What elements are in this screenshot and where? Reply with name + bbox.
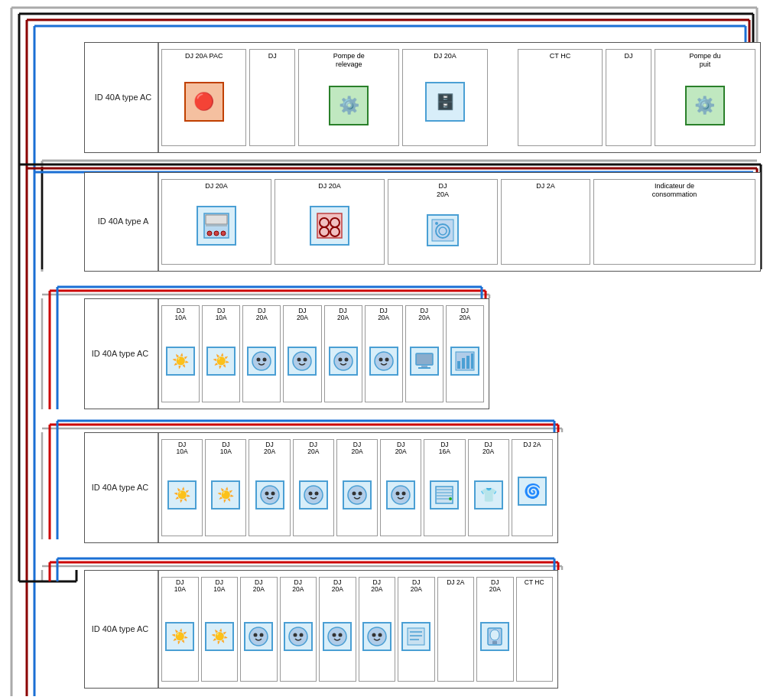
row5-dj2a-label: DJ 2A	[447, 579, 464, 586]
row5-dj10a-1-label: DJ10A	[174, 579, 186, 594]
device-dj2a-row2: DJ 2A	[501, 179, 590, 265]
row4-dj10a-2-label: DJ10A	[220, 441, 232, 456]
row3-dj20a-4-label: DJ20A	[378, 308, 389, 322]
panel-row5-id-label: ID 40A type AC	[89, 623, 151, 635]
row5-dj20a-2-label: DJ20A	[292, 579, 304, 594]
row5-ct-hc: CT HC	[516, 577, 554, 682]
diagram-container: ID 40A type AC DJ 20A PAC 🔴 DJ Pompe	[0, 0, 783, 700]
svg-point-39	[261, 486, 279, 504]
svg-point-43	[308, 491, 312, 495]
row4-dj20a-1-label: DJ20A	[264, 441, 275, 456]
svg-point-58	[254, 633, 258, 637]
svg-point-68	[378, 633, 382, 637]
panel-row2: ID 40A type A DJ 20A	[84, 172, 761, 272]
device-pompe-puit: Pompe dupuit ⚙️	[655, 49, 755, 146]
device-dj-2: DJ	[606, 49, 651, 146]
row3-dj20a-computer: DJ20A	[405, 305, 443, 402]
dj-2-label: DJ	[625, 52, 633, 60]
svg-point-66	[368, 627, 386, 646]
svg-point-26	[338, 357, 342, 361]
row5-dj10a-2-label: DJ10A	[213, 579, 225, 594]
svg-rect-37	[466, 356, 469, 369]
row4-dj16a: DJ16A	[424, 439, 465, 536]
dj20a-washing-label: DJ20A	[437, 182, 449, 199]
dj20a-induction-label: DJ 20A	[318, 182, 341, 190]
row5-dj20a-storage-label: DJ20A	[489, 579, 501, 594]
svg-point-60	[289, 627, 307, 646]
row5-dj20a-list-label: DJ20A	[411, 579, 422, 594]
svg-point-20	[257, 357, 261, 361]
row4-dj20a-shirt-label: DJ20A	[482, 441, 494, 456]
device-dj20a-induction: DJ 20A	[275, 179, 385, 265]
svg-point-59	[260, 633, 264, 637]
panel-row2-id-label: ID 40A type A	[89, 216, 157, 227]
row4-dj2a-fan-label: DJ 2A	[523, 441, 541, 448]
svg-rect-35	[457, 361, 460, 369]
row3-dj20a-3-label: DJ20A	[337, 308, 349, 322]
svg-point-67	[372, 633, 375, 637]
svg-point-47	[358, 491, 362, 495]
svg-point-45	[348, 486, 366, 504]
svg-point-63	[328, 627, 346, 646]
svg-point-27	[344, 357, 348, 361]
row3-dj20a-chart-label: DJ20A	[459, 308, 470, 322]
row3-dj20a-chart: DJ20A	[446, 305, 484, 402]
svg-point-6	[207, 231, 212, 236]
row4-dj20a-4-label: DJ20A	[395, 441, 407, 456]
row4-dj20a-4: DJ20A	[380, 439, 421, 536]
panel-row3: ID 40A type AC DJ10A ☀️ DJ10A ☀️ DJ20A	[84, 298, 489, 409]
svg-point-64	[333, 633, 336, 637]
dj-1-label: DJ	[268, 52, 277, 60]
panel-row1: ID 40A type AC DJ 20A PAC 🔴 DJ Pompe	[84, 42, 761, 153]
row4-dj2a-fan: DJ 2A 🌀	[512, 439, 553, 536]
panel-row5: ID 40A type AC DJ10A ☀️ DJ10A ☀️ DJ20A	[84, 570, 558, 689]
row3-dj10a-2: DJ10A ☀️	[202, 305, 240, 402]
svg-rect-36	[462, 358, 465, 369]
panel-row1-id-label: ID 40A type AC	[89, 92, 157, 103]
row5-dj2a: DJ 2A	[437, 577, 475, 682]
pompe-relevage-label: Pompe derelevage	[333, 52, 365, 69]
dj20a-1-label: DJ 20A	[434, 52, 456, 60]
row5-dj20a-list: DJ20A	[398, 577, 435, 682]
svg-point-65	[339, 633, 343, 637]
svg-rect-38	[471, 353, 473, 369]
row3-dj20a-2: DJ20A	[283, 305, 321, 402]
row4-dj20a-3: DJ20A	[336, 439, 378, 536]
svg-point-22	[293, 352, 311, 370]
dj2a-row2-label: DJ 2A	[536, 182, 555, 190]
device-dj20a-oven: DJ 20A	[161, 179, 271, 265]
svg-rect-75	[492, 641, 497, 644]
row4-dj20a-2: DJ20A	[293, 439, 334, 536]
svg-point-19	[252, 352, 271, 370]
svg-point-56	[449, 497, 452, 500]
row5-dj20a-4: DJ20A	[359, 577, 396, 682]
indicateur-label: Indicateur deconsommation	[652, 182, 697, 199]
svg-point-24	[304, 357, 307, 361]
svg-point-30	[385, 357, 388, 361]
row3-dj20a-2-label: DJ20A	[297, 308, 308, 322]
row4-dj16a-label: DJ16A	[439, 441, 450, 456]
row4-dj10a-2: DJ10A ☀️	[205, 439, 246, 536]
row3-dj10a-1: DJ10A ☀️	[161, 305, 200, 402]
svg-point-25	[334, 352, 353, 370]
device-pompe-relevage: Pompe derelevage ⚙️	[298, 49, 399, 146]
svg-point-29	[379, 357, 382, 361]
row5-dj20a-2: DJ20A	[280, 577, 317, 682]
svg-point-8	[221, 231, 226, 236]
row3-dj10a-2-label: DJ10A	[216, 308, 227, 322]
dj20a-pac-label: DJ 20A PAC	[185, 52, 223, 60]
panel-row3-id-label: ID 40A type AC	[89, 348, 151, 360]
svg-point-50	[402, 491, 406, 495]
svg-point-7	[214, 231, 219, 236]
row3-dj20a-1: DJ20A	[242, 305, 281, 402]
pompe-puit-label: Pompe dupuit	[689, 52, 720, 69]
panel-row4: ID 40A type AC DJ10A ☀️ DJ10A ☀️ DJ20A	[84, 432, 558, 543]
svg-point-23	[297, 357, 301, 361]
row5-dj20a-3: DJ20A	[319, 577, 356, 682]
row3-dj10a-1-label: DJ10A	[175, 308, 187, 322]
row5-dj20a-1: DJ20A	[240, 577, 278, 682]
dj20a-oven-label: DJ 20A	[205, 182, 228, 190]
svg-point-74	[490, 630, 499, 640]
svg-rect-33	[418, 367, 430, 369]
device-dj20a-pac: DJ 20A PAC 🔴	[161, 49, 246, 146]
